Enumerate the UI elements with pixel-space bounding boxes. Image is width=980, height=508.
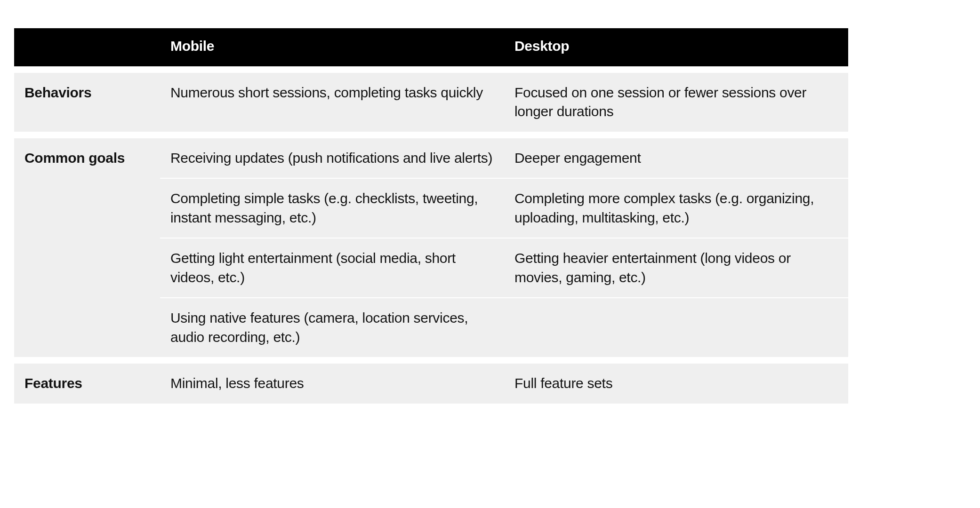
comparison-table: Mobile Desktop Behaviors Numerous short … [14,28,848,404]
col-header-desktop: Desktop [504,28,848,66]
cell-goals-1-mobile: Completing simple tasks (e.g. checklists… [160,178,504,238]
cell-behaviors-desktop: Focused on one session or fewer sessions… [504,66,848,132]
col-header-mobile: Mobile [160,28,504,66]
cell-goals-0-desktop: Deeper engagement [504,132,848,178]
cell-goals-3-desktop [504,297,848,357]
cell-goals-3-mobile: Using native features (camera, location … [160,297,504,357]
table-row: Completing simple tasks (e.g. checklists… [14,178,848,238]
row-header-blank [14,297,160,357]
table-row: Features Minimal, less features Full fea… [14,357,848,404]
row-header-features: Features [14,357,160,404]
table-header-row: Mobile Desktop [14,28,848,66]
cell-goals-goals-2-desktop: Getting heavier entertainment (long vide… [504,238,848,297]
cell-goals-2-mobile: Getting light entertainment (social medi… [160,238,504,297]
table-corner-cell [14,28,160,66]
cell-features-mobile: Minimal, less features [160,357,504,404]
table-row: Behaviors Numerous short sessions, compl… [14,66,848,132]
table-row: Getting light entertainment (social medi… [14,238,848,297]
cell-goals-1-desktop: Completing more complex tasks (e.g. orga… [504,178,848,238]
cell-behaviors-mobile: Numerous short sessions, completing task… [160,66,504,132]
cell-features-desktop: Full feature sets [504,357,848,404]
row-header-common-goals: Common goals [14,132,160,178]
row-header-behaviors: Behaviors [14,66,160,132]
row-header-blank [14,178,160,238]
cell-goals-0-mobile: Receiving updates (push notifications an… [160,132,504,178]
row-header-blank [14,238,160,297]
table-row: Common goals Receiving updates (push not… [14,132,848,178]
table-row: Using native features (camera, location … [14,297,848,357]
